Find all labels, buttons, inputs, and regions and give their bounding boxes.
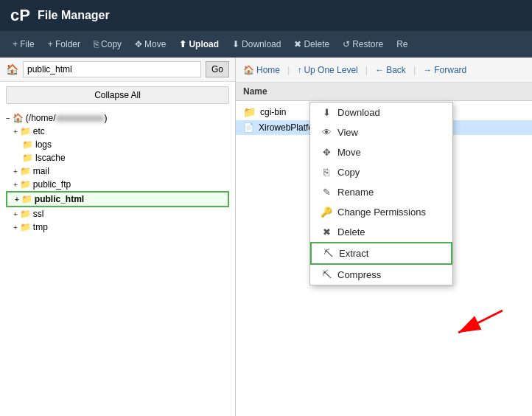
copy-icon: ⎘: [94, 39, 99, 49]
plus-icon: +: [13, 167, 18, 176]
ctx-permissions[interactable]: 🔑 Change Permissions: [310, 202, 452, 222]
tree-item-label: public_html: [35, 194, 84, 204]
folder-icon: 📁: [20, 209, 31, 219]
file-name: cgi-bin: [260, 107, 286, 117]
tree-item-label: lscache: [35, 153, 66, 163]
folder-icon: 📁: [20, 222, 31, 232]
ctx-label: Compress: [337, 269, 381, 280]
folder-icon: 📁: [21, 194, 32, 204]
file-button[interactable]: + File: [7, 37, 40, 52]
tree-item-label: logs: [35, 139, 52, 150]
file-tree: − 🏠 (/home/xxxxxxxxxxx) + 📁 etc 📁 logs 📁: [0, 108, 235, 416]
ctx-label: Change Permissions: [337, 207, 426, 218]
app-title: File Manager: [38, 9, 110, 22]
context-menu: ⬇ Download 👁 View ✥ Move ⎘ Copy ✎ Rename…: [309, 102, 453, 285]
delete-button[interactable]: ✖ Delete: [289, 37, 335, 52]
ctx-extract[interactable]: ⛏ Extract: [310, 242, 452, 265]
up-one-level-button[interactable]: ↑ Up One Level: [297, 65, 357, 75]
extract-icon: ⛏: [322, 248, 334, 259]
folder-icon: 📁: [20, 166, 31, 176]
tree-item-tmp[interactable]: + 📁 tmp: [6, 221, 229, 234]
tree-item-label: tmp: [33, 222, 48, 232]
collapse-all-button[interactable]: Collapse All: [6, 86, 229, 104]
ctx-label: View: [337, 127, 358, 138]
zip-icon: 📄: [243, 122, 254, 133]
folder-button[interactable]: + Folder: [43, 37, 85, 52]
app-logo: cP: [10, 6, 30, 25]
copy-toolbar-button[interactable]: ⎘ Copy: [88, 37, 127, 52]
more-button[interactable]: Re: [391, 37, 413, 52]
ctx-view[interactable]: 👁 View: [310, 122, 452, 142]
home-icon: 🏠: [13, 113, 24, 123]
ctx-delete[interactable]: ✖ Delete: [310, 222, 452, 242]
download-ctx-icon: ⬇: [321, 107, 332, 118]
plus-icon: +: [13, 223, 18, 232]
plus-icon: +: [15, 195, 19, 204]
ctx-label: Delete: [337, 226, 365, 238]
ctx-rename[interactable]: ✎ Rename: [310, 182, 452, 202]
ctx-download[interactable]: ⬇ Download: [310, 103, 452, 122]
toolbar: + File + Folder ⎘ Copy ✥ Move ⬆ Upload ⬇…: [0, 31, 532, 58]
tree-item-ssl[interactable]: + 📁 ssl: [6, 207, 229, 221]
delete-icon: ✖: [294, 39, 301, 49]
home-nav-button[interactable]: 🏠 Home: [243, 65, 280, 75]
nav-sep: |: [413, 64, 416, 75]
minus-icon: −: [6, 114, 10, 122]
nav-bar: 🏠 Home | ↑ Up One Level | ← Back | → For…: [236, 58, 532, 83]
copy-ctx-icon: ⎘: [321, 167, 332, 178]
tree-item-logs[interactable]: 📁 logs: [6, 138, 229, 151]
tree-item-label: etc: [33, 126, 45, 136]
tree-item-label: ssl: [33, 209, 44, 219]
app-header: cP File Manager: [0, 0, 532, 31]
root-label: (/home/xxxxxxxxxxx): [26, 113, 108, 123]
folder-icon: 📁: [22, 153, 33, 163]
download-icon: ⬇: [232, 39, 239, 49]
back-icon: ←: [375, 65, 384, 75]
upload-icon: ⬆: [179, 39, 186, 49]
forward-button[interactable]: → Forward: [423, 65, 466, 75]
ctx-label: Move: [337, 147, 361, 158]
plus-icon: +: [13, 181, 18, 189]
ctx-copy[interactable]: ⎘ Copy: [310, 162, 452, 182]
ctx-label: Extract: [339, 248, 368, 259]
tree-item-etc[interactable]: + 📁 etc: [6, 125, 229, 138]
upload-button[interactable]: ⬆ Upload: [174, 37, 224, 52]
tree-root[interactable]: − 🏠 (/home/xxxxxxxxxxx): [6, 111, 229, 125]
back-button[interactable]: ← Back: [375, 65, 406, 75]
move-button[interactable]: ✥ Move: [130, 37, 171, 52]
left-panel: 🏠 Go Collapse All − 🏠 (/home/xxxxxxxxxxx…: [0, 58, 236, 416]
view-icon: 👁: [321, 127, 332, 138]
tree-item-public-html[interactable]: + 📁 public_html: [6, 191, 229, 207]
main-layout: 🏠 Go Collapse All − 🏠 (/home/xxxxxxxxxxx…: [0, 58, 532, 416]
restore-icon: ↺: [343, 39, 350, 49]
ctx-move[interactable]: ✥ Move: [310, 142, 452, 162]
home-path-icon: 🏠: [6, 63, 18, 75]
ctx-label: Copy: [337, 167, 360, 178]
right-panel: 🏠 Home | ↑ Up One Level | ← Back | → For…: [236, 58, 532, 416]
file-list-header: Name: [236, 83, 532, 101]
ctx-compress[interactable]: ⛏ Compress: [310, 265, 452, 285]
permissions-icon: 🔑: [321, 207, 332, 218]
path-bar: 🏠 Go: [0, 58, 235, 82]
nav-sep: |: [287, 64, 290, 75]
download-button[interactable]: ⬇ Download: [227, 37, 286, 52]
tree-item-public-ftp[interactable]: + 📁 public_ftp: [6, 178, 229, 191]
move-icon: ✥: [135, 39, 142, 49]
up-icon: ↑: [297, 65, 301, 75]
tree-item-lscache[interactable]: 📁 lscache: [6, 151, 229, 164]
forward-icon: →: [423, 65, 432, 75]
restore-button[interactable]: ↺ Restore: [337, 37, 388, 52]
home-nav-icon: 🏠: [243, 65, 254, 75]
tree-item-label: public_ftp: [33, 179, 71, 190]
tree-item-label: mail: [33, 166, 49, 176]
folder-icon: 📁: [20, 126, 31, 136]
tree-item-mail[interactable]: + 📁 mail: [6, 164, 229, 178]
folder-icon: 📁: [22, 139, 33, 150]
path-go-button[interactable]: Go: [206, 61, 229, 77]
move-ctx-icon: ✥: [321, 147, 332, 158]
folder-icon: 📁: [243, 106, 256, 118]
plus-icon: +: [13, 210, 18, 218]
plus-icon: +: [13, 128, 18, 136]
path-input[interactable]: [23, 61, 201, 77]
delete-ctx-icon: ✖: [321, 226, 332, 238]
